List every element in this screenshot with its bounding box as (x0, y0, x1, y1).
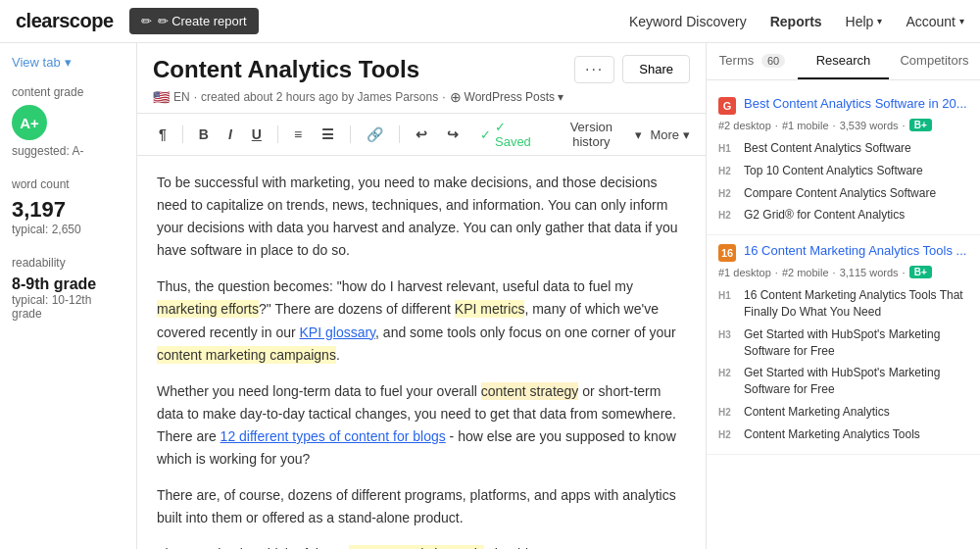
heading-item: H3 Get Started with HubSpot's Marketing … (718, 324, 968, 363)
account-caret-icon: ▾ (959, 16, 964, 26)
paragraph-button[interactable]: ¶ (153, 124, 172, 145)
link-kpi-glossary[interactable]: KPI glossary (300, 324, 376, 340)
competitor-1-meta: #2 desktop · #1 mobile · 3,539 words · B… (718, 119, 968, 131)
doc-title-row: Content Analytics Tools ··· Share (153, 55, 690, 83)
help-caret-icon: ▾ (877, 16, 882, 26)
doc-header: Content Analytics Tools ··· Share 🇺🇸 EN … (137, 43, 706, 114)
highlight-content-strategy: content strategy (481, 382, 579, 400)
doc-meta: 🇺🇸 EN · created about 2 hours ago by Jam… (153, 89, 690, 105)
tab-competitors[interactable]: Competitors (889, 43, 980, 79)
research-list: G Best Content Analytics Software in 20.… (707, 80, 980, 549)
flag-icon: 🇺🇸 (153, 89, 170, 105)
word-count-typical: typical: 2,650 (12, 223, 124, 236)
editor-paragraph-3: Whether you need long-term data to fuel … (157, 380, 686, 471)
right-panel: Terms 60 Research Competitors G Best Con… (706, 43, 980, 549)
content-area: Content Analytics Tools ··· Share 🇺🇸 EN … (137, 43, 706, 549)
toolbar-separator-4 (399, 125, 400, 143)
competitor-item-1: G Best Content Analytics Software in 20.… (707, 88, 980, 235)
readability-typical: typical: 10-12th grade (12, 293, 124, 321)
nav-keyword-discovery[interactable]: Keyword Discovery (629, 14, 747, 29)
readability-value: 8-9th grade (12, 275, 124, 293)
content-grade-section: content grade A+ suggested: A- (12, 85, 124, 158)
link-content-types[interactable]: 12 different types of content for blogs (220, 428, 446, 444)
doc-title-actions: ··· Share (574, 55, 690, 83)
competitor-2-title[interactable]: 16 Content Marketing Analytics Tools ... (744, 243, 966, 260)
editor-paragraph-5: The question is, which of these content … (157, 543, 686, 549)
top-nav: clearscope ✏ ✏ Create report Keyword Dis… (0, 0, 980, 43)
nav-help[interactable]: Help ▾ (846, 14, 883, 29)
more-button[interactable]: More ▾ (650, 127, 690, 142)
view-tab-button[interactable]: View tab ▾ (12, 55, 124, 70)
content-grade-label: content grade (12, 85, 124, 99)
competitor-2-grade: B+ (909, 266, 932, 278)
heading-item: H1 16 Content Marketing Analytics Tools … (718, 284, 968, 324)
highlight-content-marketing: content marketing campaigns (157, 346, 336, 364)
readability-label: readability (12, 256, 124, 270)
nav-reports[interactable]: Reports (770, 14, 822, 29)
competitor-1-grade: B+ (909, 119, 932, 131)
meta-lang: EN (173, 90, 190, 104)
link-button[interactable]: 🔗 (361, 124, 389, 145)
tab-terms[interactable]: Terms 60 (707, 43, 798, 79)
suggested-grade: suggested: A- (12, 144, 124, 158)
toolbar-separator-3 (350, 125, 351, 143)
competitor-2-icon: 16 (718, 244, 736, 262)
doc-title: Content Analytics Tools (153, 56, 419, 83)
editor-area[interactable]: To be successful with marketing, you nee… (137, 156, 706, 549)
toolbar-separator-1 (182, 125, 183, 143)
saved-indicator: ✓ ✓ Saved (480, 120, 543, 149)
version-history-button[interactable]: Version history ▾ (551, 120, 642, 149)
create-report-button[interactable]: ✏ ✏ Create report (129, 8, 259, 34)
unordered-list-button[interactable]: ☰ (316, 124, 340, 145)
right-panel-tabs: Terms 60 Research Competitors (707, 43, 980, 80)
italic-button[interactable]: I (222, 124, 238, 145)
highlight-content-analytics-tools: content analytics tools (349, 545, 484, 549)
heading-item: H2 Top 10 Content Analytics Software (718, 160, 968, 182)
nav-left: clearscope ✏ ✏ Create report (16, 8, 259, 34)
bold-button[interactable]: B (193, 124, 215, 145)
wp-dropdown-icon: ▾ (558, 90, 564, 104)
toolbar-separator-2 (277, 125, 278, 143)
heading-item: H1 Best Content Analytics Software (718, 137, 968, 160)
logo: clearscope (16, 10, 114, 32)
highlight-marketing-efforts: marketing efforts (157, 300, 259, 318)
heading-item: H2 Content Marketing Analytics Tools (718, 424, 968, 446)
word-count-section: word count 3,197 typical: 2,650 (12, 177, 124, 236)
more-options-button[interactable]: ··· (574, 56, 614, 83)
word-count-label: word count (12, 177, 124, 191)
meta-wp: WordPress Posts (465, 90, 555, 104)
competitor-item-2: 16 16 Content Marketing Analytics Tools … (707, 235, 980, 454)
nav-account[interactable]: Account ▾ (906, 14, 964, 29)
competitor-2-meta: #1 desktop · #2 mobile · 3,115 words · B… (718, 266, 968, 278)
undo-button[interactable]: ↩ (410, 124, 433, 145)
editor-paragraph-4: There are, of course, dozens of differen… (157, 484, 686, 529)
highlight-kpi-metrics: KPI metrics (455, 300, 525, 318)
underline-button[interactable]: U (246, 124, 268, 145)
create-report-icon: ✏ (141, 14, 152, 28)
competitor-1-icon: G (718, 97, 736, 115)
editor-paragraph-1: To be successful with marketing, you nee… (157, 172, 686, 262)
competitor-2-headings: H1 16 Content Marketing Analytics Tools … (718, 284, 968, 445)
more-caret-icon: ▾ (683, 127, 690, 142)
competitor-1-title[interactable]: Best Content Analytics Software in 20... (744, 96, 967, 113)
wordpress-badge[interactable]: ⊕ WordPress Posts ▾ (450, 89, 564, 105)
terms-badge: 60 (761, 54, 785, 68)
view-tab-caret-icon: ▾ (65, 55, 72, 70)
redo-button[interactable]: ↪ (441, 124, 465, 145)
readability-section: readability 8-9th grade typical: 10-12th… (12, 256, 124, 321)
share-button[interactable]: Share (622, 55, 690, 83)
heading-item: H2 G2 Grid® for Content Analytics (718, 204, 968, 226)
version-caret-icon: ▾ (635, 127, 642, 142)
competitor-2-header: 16 16 Content Marketing Analytics Tools … (718, 243, 968, 262)
tab-research[interactable]: Research (798, 43, 889, 79)
competitor-1-headings: H1 Best Content Analytics Software H2 To… (718, 137, 968, 226)
heading-item: H2 Compare Content Analytics Software (718, 182, 968, 205)
wp-icon: ⊕ (450, 89, 462, 105)
main-layout: View tab ▾ content grade A+ suggested: A… (0, 43, 980, 549)
ordered-list-button[interactable]: ≡ (288, 124, 308, 145)
sidebar: View tab ▾ content grade A+ suggested: A… (0, 43, 137, 549)
nav-right: Keyword Discovery Reports Help ▾ Account… (629, 14, 964, 29)
grade-badge: A+ (12, 105, 47, 140)
heading-item: H2 Content Marketing Analytics (718, 401, 968, 424)
toolbar: ¶ B I U ≡ ☰ 🔗 ↩ ↪ ✓ ✓ Saved Version hist… (137, 114, 706, 156)
